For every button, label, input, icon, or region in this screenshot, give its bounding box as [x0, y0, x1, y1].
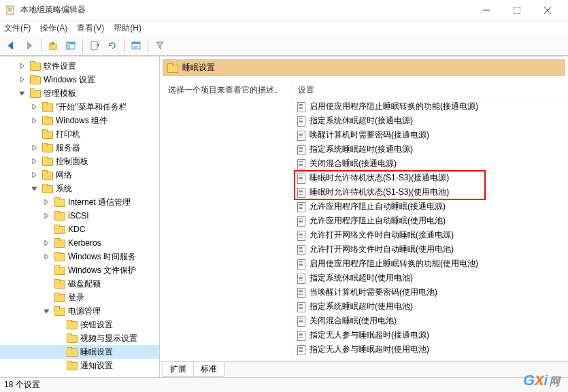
setting-item[interactable]: 唤醒计算机时需要密码(接通电源)	[293, 128, 565, 142]
tab-standard[interactable]: 标准	[193, 362, 224, 377]
tree-node[interactable]: 睡眠设置	[0, 345, 159, 359]
folder-icon	[54, 197, 65, 207]
folder-icon	[42, 184, 53, 193]
tree-node[interactable]: Kerberos	[0, 236, 159, 250]
setting-item[interactable]: 关闭混合睡眠(使用电池)	[293, 314, 565, 328]
expand-icon[interactable]	[30, 170, 39, 180]
setting-item[interactable]: 允许应用程序阻止自动睡眠(接通电源)	[293, 199, 565, 214]
setting-item[interactable]: 启用使应用程序阻止睡眠转换的功能(使用电池)	[293, 257, 565, 271]
svg-rect-15	[132, 42, 140, 44]
tree-node[interactable]: "开始"菜单和任务栏	[0, 100, 159, 114]
svg-rect-12	[67, 42, 69, 49]
refresh-button[interactable]	[105, 38, 120, 53]
setting-label: 指定无人参与睡眠超时(接通电源)	[310, 329, 429, 341]
setting-item[interactable]: 指定无人参与睡眠超时(接通电源)	[293, 328, 565, 342]
setting-label: 睡眠时允许待机状态(S1-S3)(使用电池)	[310, 186, 449, 198]
forward-button[interactable]	[22, 38, 37, 53]
folder-icon	[67, 361, 78, 370]
setting-item[interactable]: 启用使应用程序阻止睡眠转换的功能(接通电源)	[293, 99, 565, 114]
tree-node[interactable]: 控制面板	[0, 154, 159, 168]
policy-icon	[297, 159, 306, 169]
menu-file[interactable]: 文件(F)	[4, 22, 31, 34]
toggle-placeholder	[42, 265, 52, 275]
tree-node[interactable]: 打印机	[0, 127, 159, 141]
expand-icon[interactable]	[42, 197, 52, 207]
tree-node[interactable]: 系统	[0, 182, 159, 195]
window-title: 本地组策略编辑器	[20, 4, 471, 16]
menu-view[interactable]: 查看(V)	[77, 22, 104, 34]
tree-node[interactable]: 电源管理	[0, 304, 159, 318]
toggle-placeholder	[54, 361, 64, 370]
content-header: 睡眠设置	[163, 59, 565, 76]
policy-icon	[297, 174, 306, 183]
setting-item[interactable]: 睡眠时允许待机状态(S1-S3)(使用电池)	[293, 185, 565, 199]
tree-node[interactable]: Windows 组件	[0, 114, 159, 127]
folder-icon	[30, 61, 41, 71]
expand-icon[interactable]	[30, 157, 39, 166]
tree-node[interactable]: 服务器	[0, 141, 159, 154]
tab-extended[interactable]: 扩展	[163, 362, 194, 377]
setting-item[interactable]: 指定系统睡眠超时(使用电池)	[293, 299, 565, 314]
setting-item[interactable]: 指定系统休眠超时(接通电源)	[293, 114, 565, 128]
folder-icon	[42, 129, 53, 139]
tree-node[interactable]: KDC	[0, 223, 159, 236]
setting-item[interactable]: 允许打开网络文件时自动睡眠(使用电池)	[293, 242, 565, 257]
content-title: 睡眠设置	[182, 62, 215, 74]
policy-icon	[297, 245, 306, 255]
tree-node[interactable]: 按钮设置	[0, 318, 159, 331]
setting-item[interactable]: 允许打开网络文件时自动睡眠(接通电源)	[293, 228, 565, 242]
setting-item[interactable]: 当唤醒计算机时需要密码(使用电池)	[293, 285, 565, 299]
tree-node[interactable]: 软件设置	[0, 59, 159, 73]
tree-node[interactable]: 视频与显示设置	[0, 331, 159, 345]
setting-item[interactable]: 指定无人参与睡眠超时(使用电池)	[293, 342, 565, 357]
setting-item[interactable]: 指定系统睡眠超时(接通电源)	[293, 142, 565, 157]
up-button[interactable]	[46, 38, 61, 53]
export-button[interactable]	[87, 38, 102, 53]
setting-item[interactable]: 关闭混合睡眠(接通电源)	[293, 157, 565, 171]
policy-icon	[297, 188, 306, 197]
show-hide-button[interactable]	[63, 38, 78, 53]
tree-node[interactable]: 通知设置	[0, 359, 159, 372]
tree-node[interactable]: iSCSI	[0, 209, 159, 223]
menu-help[interactable]: 帮助(H)	[114, 22, 141, 34]
policy-icon	[297, 231, 306, 240]
close-button[interactable]	[532, 0, 563, 20]
tree-node[interactable]: 登录	[0, 291, 159, 304]
expand-icon[interactable]	[42, 238, 52, 248]
collapse-icon[interactable]	[42, 306, 52, 316]
properties-button[interactable]	[129, 38, 144, 53]
tree-node[interactable]: 管理模板	[0, 86, 159, 100]
tree-node[interactable]: Windows 文件保护	[0, 263, 159, 277]
expand-icon[interactable]	[42, 211, 52, 220]
collapse-icon[interactable]	[30, 184, 39, 193]
description-column: 选择一个项目来查看它的描述。	[163, 82, 292, 359]
expand-icon[interactable]	[42, 252, 52, 261]
setting-item[interactable]: 指定系统休眠超时(使用电池)	[293, 271, 565, 285]
settings-list[interactable]: 启用使应用程序阻止睡眠转换的功能(接通电源)指定系统休眠超时(接通电源)唤醒计算…	[293, 99, 565, 359]
statusbar: 18 个设置	[0, 377, 568, 392]
filter-button[interactable]	[152, 38, 167, 53]
minimize-button[interactable]	[471, 0, 501, 20]
back-button[interactable]	[4, 38, 19, 53]
menubar: 文件(F) 操作(A) 查看(V) 帮助(H)	[0, 20, 568, 35]
column-header[interactable]: 设置	[293, 82, 565, 99]
expand-icon[interactable]	[18, 75, 27, 84]
expand-icon[interactable]	[18, 61, 27, 71]
expand-icon[interactable]	[30, 116, 39, 125]
tree-node[interactable]: 网络	[0, 168, 159, 182]
setting-item[interactable]: 睡眠时允许待机状态(S1-S3)(接通电源)	[293, 171, 565, 185]
maximize-button[interactable]	[501, 0, 532, 20]
expand-icon[interactable]	[30, 102, 39, 112]
setting-item[interactable]: 允许应用程序阻止自动睡眠(使用电池)	[293, 214, 565, 228]
folder-icon	[54, 211, 65, 220]
tree-node-label: 系统	[56, 183, 72, 195]
policy-icon	[297, 116, 306, 126]
collapse-icon[interactable]	[18, 88, 27, 98]
tree-node[interactable]: 磁盘配额	[0, 277, 159, 291]
menu-action[interactable]: 操作(A)	[40, 22, 67, 34]
tree-node[interactable]: Windows 时间服务	[0, 250, 159, 263]
tree-node[interactable]: Windows 设置	[0, 73, 159, 86]
expand-icon[interactable]	[30, 143, 39, 152]
tree-pane[interactable]: 软件设置Windows 设置管理模板"开始"菜单和任务栏Windows 组件打印…	[0, 56, 160, 377]
tree-node[interactable]: Internet 通信管理	[0, 195, 159, 209]
